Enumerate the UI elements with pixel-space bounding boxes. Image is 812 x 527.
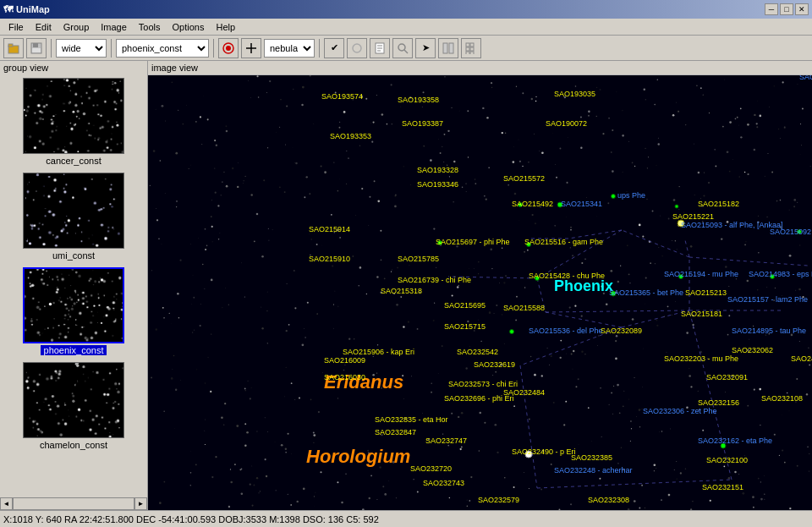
svg-line-15 <box>404 50 408 53</box>
toolbar-save-btn[interactable] <box>26 38 47 58</box>
svg-rect-18 <box>466 43 469 47</box>
toolbar-cross-btn[interactable] <box>241 38 261 58</box>
svg-rect-21 <box>470 47 474 51</box>
menu-file[interactable]: File <box>3 20 29 34</box>
menu-tools[interactable]: Tools <box>134 20 166 34</box>
toolbar-sep3 <box>213 39 214 58</box>
svg-point-9 <box>353 44 361 52</box>
svg-rect-4 <box>32 48 41 52</box>
toolbar-circle-btn[interactable] <box>347 38 367 58</box>
toolbar-open-btn[interactable] <box>3 38 24 58</box>
thumbnail-list: cancer_const umi_const phoenix_const <box>0 74 147 497</box>
scroll-controls: ◄ ► <box>0 497 147 510</box>
svg-rect-16 <box>443 43 447 53</box>
toolbar-doc-btn[interactable] <box>370 38 390 58</box>
thumbnail-label-umi: umi_const <box>52 250 95 261</box>
toolbar-check-btn[interactable]: ✔ <box>324 38 344 58</box>
menu-image[interactable]: Image <box>96 20 132 34</box>
scroll-track <box>13 497 134 510</box>
svg-rect-1 <box>8 44 13 47</box>
toolbar-sep2 <box>111 39 112 58</box>
image-view-label: image view <box>148 61 812 75</box>
star-map[interactable] <box>148 75 812 510</box>
right-panel: image view <box>148 61 812 510</box>
thumbnail-img-chameleon <box>23 362 124 438</box>
thumbnail-img-phoenix <box>23 267 124 343</box>
toolbar: wide normal zoom1 zoom2 phoenix_const ca… <box>0 36 812 61</box>
svg-point-6 <box>226 46 231 51</box>
zoom-select[interactable]: wide normal zoom1 zoom2 <box>56 39 107 58</box>
title-bar-left: 🗺 UniMap <box>3 4 50 14</box>
thumbnail-label-phoenix: phoenix_const <box>41 345 107 355</box>
app-title: UniMap <box>16 4 50 14</box>
save-icon <box>30 42 42 54</box>
grid-icon <box>465 42 477 54</box>
thumbnail-item-umi[interactable]: umi_const <box>0 169 147 264</box>
svg-rect-23 <box>470 52 474 54</box>
filter-select[interactable]: nebula stars all <box>264 39 315 58</box>
minimize-button[interactable]: ─ <box>765 3 778 15</box>
toolbar-sep1 <box>51 39 52 58</box>
toolbar-panel-btn[interactable] <box>438 38 458 58</box>
toolbar-grid-btn[interactable] <box>461 38 481 58</box>
menu-edit[interactable]: Edit <box>30 20 57 34</box>
thumbnail-img-cancer <box>23 78 124 154</box>
cross-icon <box>245 42 257 54</box>
title-bar-controls: ─ □ ✕ <box>765 3 809 15</box>
status-text: X:1018 Y: 640 RA 22:42:51.800 DEC -54:41… <box>3 514 379 524</box>
panel-icon <box>442 42 454 54</box>
toolbar-sep4 <box>319 39 320 58</box>
svg-rect-22 <box>466 52 469 54</box>
menu-help[interactable]: Help <box>211 20 240 34</box>
image-select[interactable]: phoenix_const cancer_const umi_const cha… <box>116 39 209 58</box>
star-map-canvas <box>148 75 812 510</box>
target-icon <box>222 42 234 54</box>
left-panel: group view cancer_const umi_const <box>0 61 148 510</box>
menu-group[interactable]: Group <box>58 20 95 34</box>
group-view-label: group view <box>0 61 147 74</box>
title-bar: 🗺 UniMap ─ □ ✕ <box>0 0 812 19</box>
document-icon <box>374 42 386 54</box>
svg-point-14 <box>398 44 405 51</box>
svg-rect-19 <box>470 43 474 47</box>
scroll-right-btn[interactable]: ► <box>134 497 147 510</box>
thumbnail-item-phoenix[interactable]: phoenix_const <box>0 264 147 359</box>
close-button[interactable]: ✕ <box>795 3 809 15</box>
toolbar-arrow-btn[interactable]: ➤ <box>415 38 436 58</box>
svg-rect-17 <box>449 43 453 53</box>
maximize-button[interactable]: □ <box>780 3 793 15</box>
svg-rect-3 <box>33 43 38 47</box>
thumbnail-item-chameleon[interactable]: chamelon_const <box>0 359 147 453</box>
menu-bar: File Edit Group Image Tools Options Help <box>0 19 812 36</box>
thumbnail-label-chameleon: chamelon_const <box>40 440 107 450</box>
scroll-left-btn[interactable]: ◄ <box>0 497 13 510</box>
toolbar-search-btn[interactable] <box>392 38 413 58</box>
folder-icon <box>8 42 19 54</box>
search-icon <box>397 42 409 54</box>
app-icon: 🗺 <box>3 4 13 14</box>
thumbnail-img-umi <box>23 173 124 249</box>
circle-icon <box>351 42 363 54</box>
main-content: group view cancer_const umi_const <box>0 61 812 510</box>
thumbnail-item-cancer[interactable]: cancer_const <box>0 74 147 169</box>
thumbnail-label-cancer: cancer_const <box>46 156 101 166</box>
svg-rect-20 <box>466 47 469 51</box>
menu-options[interactable]: Options <box>167 20 210 34</box>
toolbar-target-btn[interactable] <box>218 38 239 58</box>
status-bar: X:1018 Y: 640 RA 22:42:51.800 DEC -54:41… <box>0 510 812 527</box>
